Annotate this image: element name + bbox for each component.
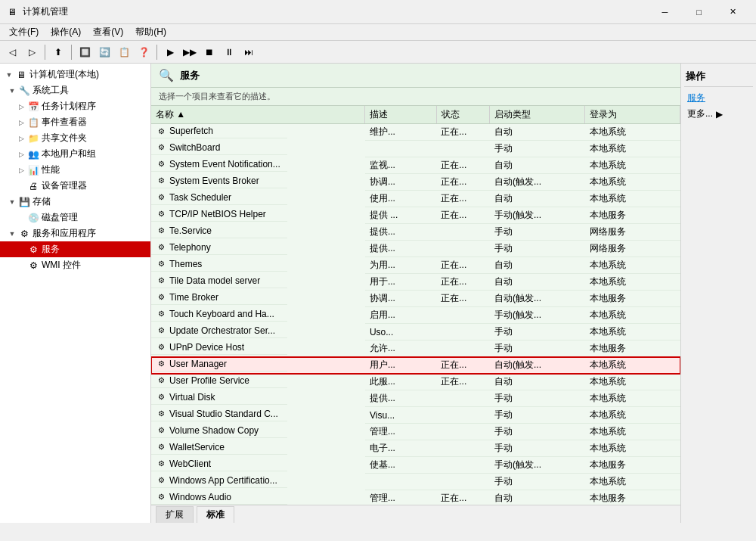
table-row[interactable]: ⚙Windows Audio管理...正在...自动本地服务 xyxy=(151,490,680,505)
menu-item[interactable]: 帮助(H) xyxy=(129,24,172,40)
table-row[interactable]: ⚙System Event Notification...监视...正在...自… xyxy=(151,157,680,174)
tree-item-shared-folders[interactable]: ▷ 📁 共享文件夹 xyxy=(0,130,150,146)
table-row[interactable]: ⚙Volume Shadow Copy管理...手动本地系统 xyxy=(151,424,680,440)
service-name: Volume Shadow Copy xyxy=(169,425,259,436)
device-icon: 🖨 xyxy=(27,180,39,192)
properties-button[interactable]: 📋 xyxy=(115,43,133,61)
table-row[interactable]: ⚙Tile Data model server用于...正在...自动本地系统 xyxy=(151,274,680,291)
tree-item-disk-mgmt[interactable]: 💿 磁盘管理 xyxy=(0,210,150,225)
table-row[interactable]: ⚙User Manager用户...正在...自动(触发...本地系统 xyxy=(151,357,680,374)
service-icon: ⚙ xyxy=(156,375,166,386)
right-panel: 操作 服务 更多... ▶ xyxy=(680,64,756,523)
col-header-desc[interactable]: 描述 xyxy=(365,106,436,124)
table-row[interactable]: ⚙WalletService电子...手动本地系统 xyxy=(151,440,680,457)
service-start-cell: 自动(触发... xyxy=(490,174,585,191)
table-row[interactable]: ⚙UPnP Device Host允许...手动本地服务 xyxy=(151,340,680,357)
up-button[interactable]: ⬆ xyxy=(49,43,67,61)
tree-item-performance[interactable]: ▷ 📊 性能 xyxy=(0,162,150,178)
tree-item-services[interactable]: ⚙ 服务 xyxy=(0,241,150,257)
expand-icon: ▼ xyxy=(6,230,18,238)
tree-item-local-users[interactable]: ▷ 👥 本地用户和组 xyxy=(0,146,150,162)
toolbar-separator-2 xyxy=(71,45,72,60)
col-header-status[interactable]: 状态 xyxy=(436,106,490,124)
table-row[interactable]: ⚙Themes为用...正在...自动本地系统 xyxy=(151,257,680,274)
help-button[interactable]: ❓ xyxy=(135,43,153,61)
col-header-name[interactable]: 名称 ▲ xyxy=(151,106,365,124)
table-row[interactable]: ⚙Virtual Disk提供...手动本地系统 xyxy=(151,390,680,407)
service-desc-cell: 用户... xyxy=(365,357,436,374)
right-action-services[interactable]: 服务 xyxy=(684,90,753,106)
table-row[interactable]: ⚙Te.Service提供...手动网络服务 xyxy=(151,224,680,241)
show-hide-button[interactable]: 🔲 xyxy=(76,43,94,61)
table-row[interactable]: ⚙User Profile Service此服...正在...自动本地系统 xyxy=(151,374,680,390)
tree-item-event-viewer[interactable]: ▷ 📋 事件查看器 xyxy=(0,114,150,130)
table-row[interactable]: ⚙Task Scheduler使用...正在...自动本地系统 xyxy=(151,191,680,207)
tree-label: WMI 控件 xyxy=(42,259,81,272)
service-desc-cell: 用于... xyxy=(365,274,436,291)
service-login-cell: 本地系统 xyxy=(585,174,680,191)
stop-button[interactable]: ⏹ xyxy=(200,43,218,61)
title-bar: 🖥 计算机管理 ─ □ ✕ xyxy=(0,0,756,24)
maximize-button[interactable]: □ xyxy=(682,0,716,24)
service-start-cell: 自动 xyxy=(490,191,585,207)
play-all-button[interactable]: ▶▶ xyxy=(181,43,199,61)
tree-item-storage[interactable]: ▼ 💾 存储 xyxy=(0,194,150,210)
minimize-button[interactable]: ─ xyxy=(648,0,682,24)
expand-icon: ▷ xyxy=(15,166,27,174)
service-start-cell: 自动 xyxy=(490,124,585,141)
tree-item-device-manager[interactable]: 🖨 设备管理器 xyxy=(0,178,150,194)
table-row[interactable]: ⚙WebClient使基...手动(触发...本地服务 xyxy=(151,457,680,474)
service-status-cell: 正在... xyxy=(436,291,490,307)
service-status-cell: 正在... xyxy=(436,274,490,291)
perf-icon: 📊 xyxy=(27,164,39,176)
pause-button[interactable]: ⏸ xyxy=(220,43,238,61)
refresh-button[interactable]: 🔄 xyxy=(95,43,113,61)
table-row[interactable]: ⚙Telephony提供...手动网络服务 xyxy=(151,241,680,257)
tree-item-task-scheduler[interactable]: ▷ 📅 任务计划程序 xyxy=(0,98,150,114)
play-button[interactable]: ▶ xyxy=(161,43,179,61)
forward-button[interactable]: ▷ xyxy=(23,43,41,61)
more-actions-button[interactable]: 更多... ▶ xyxy=(684,106,753,122)
table-row[interactable]: ⚙System Events Broker协调...正在...自动(触发...本… xyxy=(151,174,680,191)
service-start-cell: 手动 xyxy=(490,390,585,407)
table-row[interactable]: ⚙Visual Studio Standard C...Visu...手动本地系… xyxy=(151,407,680,424)
service-name-cell: ⚙System Event Notification... xyxy=(151,157,287,172)
menu-item[interactable]: 文件(F) xyxy=(3,24,45,40)
service-name-cell: ⚙Te.Service xyxy=(151,224,287,238)
tree-item-system-tools[interactable]: ▼ 🔧 系统工具 xyxy=(0,82,150,98)
table-row[interactable]: ⚙Touch Keyboard and Ha...启用...手动(触发...本地… xyxy=(151,307,680,324)
menu-item[interactable]: 操作(A) xyxy=(45,24,87,40)
tree-item-services-apps[interactable]: ▼ ⚙ 服务和应用程序 xyxy=(0,225,150,241)
service-login-cell: 本地系统 xyxy=(585,157,680,174)
close-button[interactable]: ✕ xyxy=(716,0,750,24)
table-row[interactable]: ⚙Superfetch维护...正在...自动本地系统 xyxy=(151,124,680,141)
table-row[interactable]: ⚙TCP/IP NetBIOS Helper提供 ...正在...手动(触发..… xyxy=(151,207,680,224)
table-row[interactable]: ⚙SwitchBoard手动本地系统 xyxy=(151,141,680,157)
col-header-start[interactable]: 启动类型 xyxy=(490,106,585,124)
table-row[interactable]: ⚙Time Broker协调...正在...自动(触发...本地服务 xyxy=(151,291,680,307)
service-table-wrapper[interactable]: 名称 ▲ 描述 状态 启动类型 登录为 ⚙Superfetch维护...正在..… xyxy=(151,106,680,505)
col-header-login[interactable]: 登录为 xyxy=(585,106,680,124)
service-icon: ⚙ xyxy=(156,409,166,419)
service-status-cell xyxy=(436,340,490,357)
back-button[interactable]: ◁ xyxy=(3,43,21,61)
service-name-cell: ⚙UPnP Device Host xyxy=(151,340,287,355)
table-row[interactable]: ⚙Update Orchestrator Ser...Uso...手动本地系统 xyxy=(151,324,680,340)
tree-item-wmi[interactable]: ⚙ WMI 控件 xyxy=(0,257,150,273)
tree-label: 存储 xyxy=(33,195,51,208)
tab-expand[interactable]: 扩展 xyxy=(156,506,194,523)
service-name: Superfetch xyxy=(169,126,213,136)
service-status-cell: 正在... xyxy=(436,357,490,374)
expand-icon: ▷ xyxy=(15,135,27,142)
service-start-cell: 手动 xyxy=(490,474,585,490)
service-desc-cell: 电子... xyxy=(365,440,436,457)
tab-standard[interactable]: 标准 xyxy=(197,506,234,523)
tree-root[interactable]: ▼ 🖥 计算机管理(本地) xyxy=(0,67,150,82)
expand-icon xyxy=(15,246,27,253)
tools-icon: 🔧 xyxy=(18,85,30,97)
skip-button[interactable]: ⏭ xyxy=(240,43,258,61)
table-row[interactable]: ⚙Windows App Certificatio...手动本地系统 xyxy=(151,474,680,490)
menu-item[interactable]: 查看(V) xyxy=(87,24,129,40)
services-link[interactable]: 服务 xyxy=(687,92,705,104)
service-start-cell: 手动 xyxy=(490,141,585,157)
